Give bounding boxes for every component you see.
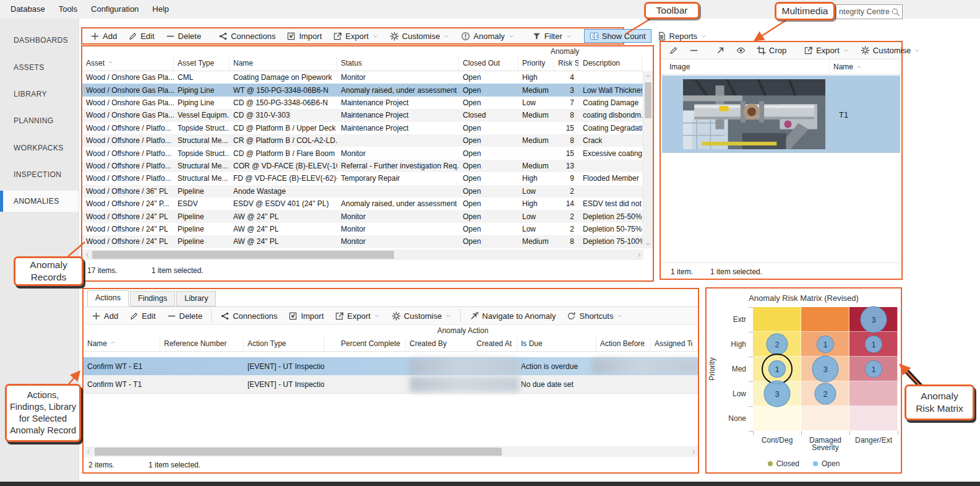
edit-button[interactable]: Edit <box>124 309 161 323</box>
anomaly-button[interactable]: Anomaly <box>455 29 520 43</box>
export-button[interactable]: Export <box>327 29 384 43</box>
sidebar-item-planning[interactable]: PLANNING <box>0 110 79 131</box>
sidebar-item-dashboards[interactable]: DASHBOARDS <box>0 30 79 51</box>
shortcuts-button[interactable]: Shortcuts <box>561 309 629 323</box>
view-image-button[interactable] <box>731 44 751 58</box>
scroll-down-icon[interactable] <box>643 238 653 248</box>
vertical-scrollbar[interactable] <box>643 71 653 248</box>
filter-button[interactable]: Filter <box>527 29 578 43</box>
anomaly-row[interactable]: Wood / Onshore Gas Pla...Piping LineCD @… <box>82 97 643 109</box>
delete-button[interactable]: Delete <box>161 309 208 323</box>
anomaly-row[interactable]: Wood / Offshore / 24" PLPipelineAW @ 24"… <box>82 223 643 235</box>
column-header-asset-type[interactable]: Asset Type <box>174 57 230 71</box>
sidebar-item-anomalies[interactable]: ANOMALIES <box>0 191 79 212</box>
column-header-assigned-to[interactable]: Assigned To <box>651 337 693 351</box>
column-header-action-type[interactable]: Action Type <box>244 337 324 351</box>
risk-bubble[interactable]: 1 <box>865 336 882 353</box>
scroll-left-icon[interactable] <box>84 446 93 457</box>
column-header-created-at[interactable]: Created At <box>476 337 517 351</box>
import-button[interactable]: Import <box>281 29 327 43</box>
export-button[interactable]: Export <box>329 309 386 323</box>
risk-bubble[interactable]: 3 <box>764 381 791 407</box>
anomaly-row[interactable]: Wood / Offshore / 36" PLPipelineAnode Wa… <box>82 185 643 197</box>
delete-button[interactable]: Delete <box>160 29 207 43</box>
column-header-is-due[interactable]: Is Due <box>517 337 596 351</box>
scroll-up-icon[interactable] <box>643 71 653 81</box>
connections-button[interactable]: Connections <box>215 309 283 323</box>
action-row[interactable]: Confirm WT - E1[EVENT] - UT InspectionAc… <box>84 357 698 376</box>
sidebar-item-assets[interactable]: ASSETS <box>0 57 79 78</box>
scrollbar-thumb[interactable] <box>645 82 651 118</box>
delete-image-button[interactable] <box>684 44 704 58</box>
tab-library[interactable]: Library <box>176 291 216 306</box>
column-header-name[interactable]: Name <box>230 57 337 71</box>
menu-configuration[interactable]: Configuration <box>84 0 145 19</box>
tab-actions[interactable]: Actions <box>87 290 129 306</box>
menu-database[interactable]: Database <box>4 0 52 19</box>
anomaly-row[interactable]: Wood / Offshore / Platfo...Topside Struc… <box>82 122 643 134</box>
add-button[interactable]: Add <box>86 309 124 323</box>
anomaly-row[interactable]: Wood / Onshore Gas Pla...Piping LineWT @… <box>82 84 643 96</box>
global-search-input[interactable] <box>836 7 891 16</box>
add-button[interactable]: Add <box>85 29 123 43</box>
risk-bubble[interactable]: 1 <box>865 360 882 378</box>
risk-bubble[interactable]: 2 <box>815 383 836 405</box>
sidebar-item-workpacks[interactable]: WORKPACKS <box>0 137 79 158</box>
action-row[interactable]: Confirm WT - T1[EVENT] - UT InspectionNo… <box>84 375 698 394</box>
legend-closed[interactable]: Closed <box>768 459 799 468</box>
scroll-right-icon[interactable] <box>688 446 698 457</box>
risk-bubble[interactable]: 3 <box>812 356 839 383</box>
customise-button[interactable]: Customise <box>386 309 457 323</box>
tab-findings[interactable]: Findings <box>130 291 175 306</box>
crop-button[interactable]: Crop <box>751 44 792 58</box>
connections-button[interactable]: Connections <box>213 29 281 43</box>
anomaly-row[interactable]: Wood / Offshore / Platfo...Topside Struc… <box>82 147 643 159</box>
column-header-asset[interactable]: Asset <box>82 57 174 71</box>
horizontal-scrollbar[interactable] <box>82 250 643 260</box>
anomaly-row[interactable]: Wood / Onshore Gas Pla...CMLCoating Dama… <box>82 71 643 84</box>
column-header-name[interactable]: Name <box>84 337 160 351</box>
anomaly-row[interactable]: Wood / Offshore / Platfo...Structural Me… <box>82 134 643 147</box>
navigate-to-anomaly-button[interactable]: Navigate to Anomaly <box>464 309 561 323</box>
column-header-priority[interactable]: Priority <box>518 57 554 71</box>
name-column-header[interactable]: Name <box>833 63 862 71</box>
customise-button[interactable]: Customise <box>855 44 926 58</box>
column-header-percent-complete[interactable]: Percent Complete <box>324 337 406 351</box>
scrollbar-thumb[interactable] <box>92 251 394 259</box>
export-button[interactable]: Export <box>798 44 855 58</box>
customise-button[interactable]: Customise <box>384 29 455 43</box>
sidebar-item-inspection[interactable]: INSPECTION <box>0 164 79 185</box>
column-header-description[interactable]: Description <box>579 57 642 71</box>
anomaly-row[interactable]: Wood / Offshore / 24" PLPipelineAW @ 24"… <box>82 210 643 222</box>
column-header-cod[interactable]: Cod <box>642 57 643 71</box>
multimedia-row[interactable]: T1 <box>662 76 900 153</box>
anomaly-photo[interactable] <box>683 79 825 149</box>
anomaly-row[interactable]: Wood / Offshore / Platfo...Structural Me… <box>82 172 643 184</box>
column-header-risk-s[interactable]: Risk S... <box>554 57 579 71</box>
anomaly-row[interactable]: Wood / Offshore / 24" P...ESDVESDV @ ESD… <box>82 197 643 210</box>
risk-bubble[interactable]: 2 <box>767 334 788 355</box>
anomaly-row[interactable]: Wood / Offshore / Platfo...Structural Me… <box>82 160 643 172</box>
scroll-left-icon[interactable] <box>82 250 92 260</box>
sidebar-item-library[interactable]: LIBRARY <box>0 84 79 105</box>
column-header-status[interactable]: Status <box>337 57 459 71</box>
menu-tools[interactable]: Tools <box>52 0 84 19</box>
scrollbar-thumb[interactable] <box>95 448 502 456</box>
open-image-button[interactable] <box>710 44 731 58</box>
edit-button[interactable]: Edit <box>123 29 160 43</box>
legend-open[interactable]: Open <box>813 459 840 468</box>
search-icon[interactable] <box>891 7 902 17</box>
risk-bubble[interactable]: 3 <box>861 306 887 333</box>
scroll-right-icon[interactable] <box>634 250 643 260</box>
column-header-closed-out[interactable]: Closed Out <box>459 57 518 71</box>
anomaly-row[interactable]: Wood / Onshore Gas Pla...Vessel Equipm..… <box>82 109 643 121</box>
global-search[interactable] <box>835 4 903 19</box>
column-header-action-before[interactable]: Action Before <box>596 337 651 351</box>
image-column-header[interactable]: Image <box>669 63 690 71</box>
column-header-reference-number[interactable]: Reference Number <box>160 337 244 351</box>
menu-help[interactable]: Help <box>145 0 176 19</box>
risk-bubble[interactable]: 1 <box>768 360 786 378</box>
show-count-button[interactable]: 13Show Count <box>584 29 651 43</box>
anomaly-row[interactable]: Wood / Offshore / 24" PLPipelineAW @ 24"… <box>82 235 643 248</box>
risk-bubble[interactable]: 1 <box>817 336 834 353</box>
